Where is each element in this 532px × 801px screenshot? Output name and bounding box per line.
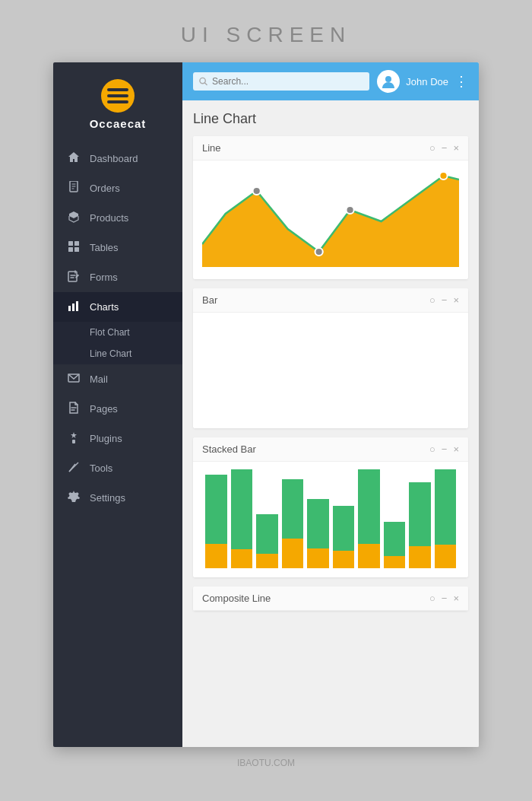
sub-item-flot-chart[interactable]: Flot Chart bbox=[53, 322, 182, 343]
stacked-green bbox=[282, 479, 304, 539]
search-input[interactable] bbox=[212, 76, 363, 87]
svg-rect-7 bbox=[68, 247, 73, 252]
sidebar-item-dashboard[interactable]: Dashboard bbox=[53, 144, 182, 173]
tables-icon bbox=[67, 240, 81, 255]
forms-icon bbox=[67, 270, 81, 284]
mail-label: Mail bbox=[90, 373, 108, 385]
settings-label: Settings bbox=[90, 492, 125, 504]
stacked-yellow bbox=[205, 544, 227, 569]
chart-header-stacked: Stacked Bar ○ − × bbox=[193, 437, 468, 462]
dashboard-label: Dashboard bbox=[90, 153, 138, 164]
stacked-green bbox=[333, 506, 355, 551]
chart-refresh-line[interactable]: ○ bbox=[429, 142, 435, 154]
chart-title-composite: Composite Line bbox=[202, 593, 271, 604]
chart-refresh-composite[interactable]: ○ bbox=[429, 593, 435, 604]
page-title: Line Chart bbox=[193, 111, 468, 127]
svg-rect-3 bbox=[107, 100, 128, 103]
chart-minimize-bar[interactable]: − bbox=[442, 294, 448, 306]
sidebar-nav: Dashboard Orders bbox=[53, 144, 182, 747]
dashboard-icon bbox=[67, 151, 81, 166]
tools-icon bbox=[67, 461, 81, 475]
svg-point-24 bbox=[346, 206, 353, 214]
mail-icon bbox=[67, 372, 81, 386]
stacked-col-7 bbox=[358, 469, 380, 568]
plugins-icon bbox=[67, 431, 81, 446]
forms-label: Forms bbox=[90, 272, 118, 283]
chart-controls-stacked: ○ − × bbox=[429, 443, 459, 455]
sidebar-item-pages[interactable]: Pages bbox=[53, 394, 182, 424]
plugins-label: Plugins bbox=[90, 433, 122, 444]
svg-point-23 bbox=[315, 248, 323, 256]
stacked-yellow bbox=[231, 549, 253, 568]
stacked-green bbox=[358, 469, 380, 544]
stacked-green bbox=[435, 469, 457, 545]
chart-title-bar: Bar bbox=[202, 294, 217, 306]
stacked-yellow bbox=[384, 556, 406, 568]
stacked-col-10 bbox=[435, 469, 457, 568]
chart-close-line[interactable]: × bbox=[453, 142, 459, 154]
svg-rect-2 bbox=[107, 94, 128, 97]
logo-icon bbox=[101, 79, 135, 113]
ui-screen-title: UI SCREEN bbox=[181, 23, 351, 47]
svg-rect-11 bbox=[72, 304, 74, 311]
chart-header-composite: Composite Line ○ − × bbox=[193, 586, 468, 611]
sidebar-item-products[interactable]: Products bbox=[53, 203, 182, 233]
products-label: Products bbox=[90, 212, 128, 224]
orders-icon bbox=[67, 181, 81, 195]
sidebar-item-settings[interactable]: Settings bbox=[53, 483, 182, 513]
charts-icon bbox=[67, 300, 81, 314]
chart-refresh-stacked[interactable]: ○ bbox=[429, 443, 435, 455]
chart-controls-composite: ○ − × bbox=[429, 593, 459, 604]
chart-close-stacked[interactable]: × bbox=[453, 443, 459, 455]
chart-header-line: Line ○ − × bbox=[193, 136, 468, 161]
main-area: John Doe ⋮ Line Chart Line ○ − × bbox=[182, 62, 479, 747]
search-box[interactable] bbox=[193, 72, 369, 91]
bar-chart-card: Bar ○ − × bbox=[193, 288, 468, 428]
content-area: Line Chart Line ○ − × bbox=[182, 100, 479, 747]
svg-point-25 bbox=[439, 172, 447, 180]
pages-label: Pages bbox=[90, 403, 118, 415]
stacked-col-4 bbox=[282, 469, 304, 568]
svg-point-22 bbox=[253, 187, 261, 195]
orders-label: Orders bbox=[90, 183, 120, 194]
settings-icon bbox=[67, 491, 81, 505]
sidebar-item-orders[interactable]: Orders bbox=[53, 173, 182, 203]
header-right: John Doe ⋮ bbox=[377, 70, 468, 93]
tables-label: Tables bbox=[90, 242, 119, 253]
stacked-green bbox=[231, 469, 253, 549]
sidebar-item-forms[interactable]: Forms bbox=[53, 262, 182, 292]
svg-rect-8 bbox=[74, 247, 79, 252]
stacked-green bbox=[307, 499, 329, 548]
header-menu-icon[interactable]: ⋮ bbox=[454, 73, 468, 90]
charts-sub-items: Flot Chart Line Chart bbox=[53, 322, 182, 364]
chart-minimize-stacked[interactable]: − bbox=[442, 443, 448, 455]
chart-title-line: Line bbox=[202, 142, 221, 154]
stacked-yellow bbox=[307, 548, 329, 568]
chart-close-composite[interactable]: × bbox=[453, 593, 459, 604]
chart-controls-line: ○ − × bbox=[429, 142, 459, 154]
svg-line-16 bbox=[72, 462, 78, 469]
logo-text: Occaecat bbox=[90, 117, 147, 130]
stacked-bar-card: Stacked Bar ○ − × bbox=[193, 437, 468, 577]
bar-chart-body bbox=[193, 313, 468, 428]
stacked-col-6 bbox=[333, 469, 355, 568]
tools-label: Tools bbox=[90, 462, 112, 474]
sidebar-item-tools[interactable]: Tools bbox=[53, 453, 182, 483]
app-container: Occaecat Dashboard bbox=[53, 62, 479, 747]
sidebar-item-mail[interactable]: Mail bbox=[53, 364, 182, 394]
search-icon bbox=[199, 77, 207, 86]
stacked-green bbox=[205, 475, 227, 544]
sub-item-line-chart[interactable]: Line Chart bbox=[53, 343, 182, 364]
sidebar-item-charts[interactable]: Charts bbox=[53, 292, 182, 322]
sidebar-item-tables[interactable]: Tables bbox=[53, 233, 182, 262]
sidebar-item-plugins[interactable]: Plugins bbox=[53, 424, 182, 453]
chart-minimize-line[interactable]: − bbox=[442, 142, 448, 154]
composite-line-card: Composite Line ○ − × bbox=[193, 586, 468, 611]
stacked-yellow bbox=[435, 545, 457, 568]
svg-rect-5 bbox=[68, 241, 73, 246]
chart-refresh-bar[interactable]: ○ bbox=[429, 294, 435, 306]
stacked-yellow bbox=[358, 544, 380, 569]
chart-close-bar[interactable]: × bbox=[453, 294, 459, 306]
products-icon bbox=[67, 211, 81, 225]
chart-minimize-composite[interactable]: − bbox=[442, 593, 448, 604]
